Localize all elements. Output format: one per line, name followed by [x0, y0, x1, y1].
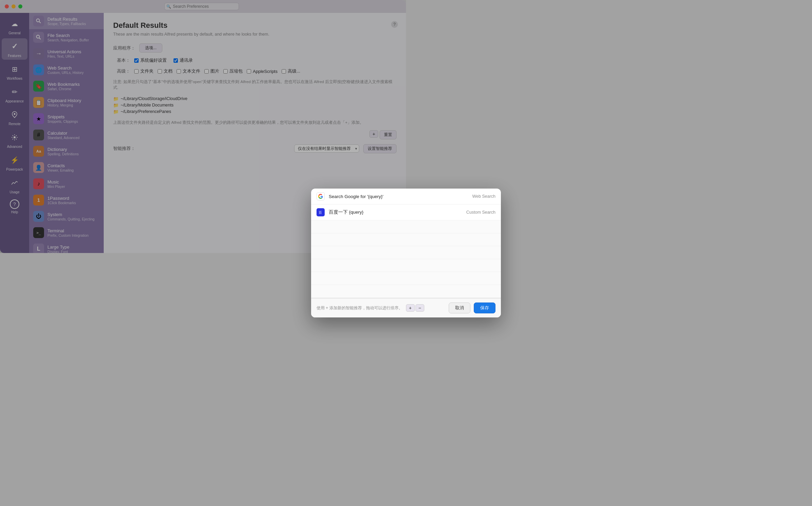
empty-row-2	[311, 233, 406, 246]
empty-row-1	[311, 220, 406, 233]
google-item-name: Search Google for '{query}'	[329, 194, 406, 199]
baidu-item-name: 百度一下 {query}	[329, 209, 406, 215]
modal-empty-rows	[311, 220, 406, 253]
app-window: 🔍 ☁ General ✓ Features ⊞ Workflows ✏ App…	[0, 0, 406, 253]
svg-text:百: 百	[319, 211, 322, 214]
modal-list: Search Google for '{query}' Web Search 百…	[311, 189, 406, 253]
modal-dialog: Search Google for '{query}' Web Search 百…	[311, 189, 406, 253]
baidu-icon: 百	[317, 208, 325, 216]
modal-item-google[interactable]: Search Google for '{query}' Web Search	[311, 189, 406, 205]
modal-item-baidu[interactable]: 百 百度一下 {query} Custom Search	[311, 205, 406, 220]
google-icon	[317, 192, 325, 200]
modal-backdrop: Search Google for '{query}' Web Search 百…	[0, 0, 406, 253]
empty-row-3	[311, 246, 406, 253]
